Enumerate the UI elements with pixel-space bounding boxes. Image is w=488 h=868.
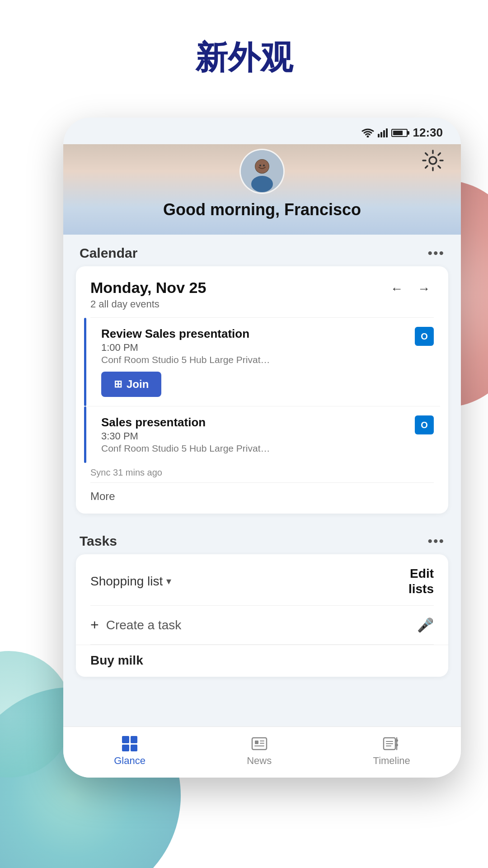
status-time: 12:30 — [413, 126, 443, 140]
status-bar: 12:30 — [63, 118, 461, 144]
svg-point-11 — [263, 165, 265, 166]
task-list-name-text: Shopping list — [90, 574, 163, 589]
news-icon — [251, 736, 267, 751]
svg-point-22 — [395, 739, 398, 742]
join-button[interactable]: ⊞ Join — [101, 372, 161, 397]
event-bar — [84, 318, 86, 406]
bottom-nav: Glance News Timeline — [63, 726, 461, 778]
greeting-text: Good morning, Francisco — [163, 200, 361, 219]
svg-point-0 — [366, 135, 369, 137]
event-title-2: Sales presentation — [101, 415, 408, 429]
tasks-section-title: Tasks — [80, 533, 117, 549]
svg-rect-2 — [380, 132, 382, 137]
nav-item-news[interactable]: News — [247, 736, 272, 767]
svg-point-5 — [429, 157, 436, 164]
create-task-text: Create a task — [106, 618, 182, 632]
svg-rect-3 — [383, 130, 385, 137]
calendar-prev-btn[interactable]: ← — [387, 279, 407, 299]
phone-frame: 12:30 Good morning, — [63, 118, 461, 778]
task-item[interactable]: Buy milk — [76, 645, 448, 677]
svg-point-10 — [259, 165, 261, 166]
plus-icon: + — [90, 617, 99, 633]
glance-icon — [122, 736, 137, 751]
status-icons: 12:30 — [361, 126, 443, 140]
tasks-card: Shopping list ▾ Editlists + Create a tas… — [76, 554, 448, 677]
calendar-section-header: Calendar ••• — [63, 235, 461, 266]
task-item-label: Buy milk — [90, 653, 143, 667]
task-list-name[interactable]: Shopping list ▾ — [90, 574, 171, 589]
calendar-all-day: 2 all day events — [90, 298, 206, 310]
calendar-card: Monday, Nov 25 2 all day events ← → Revi… — [76, 266, 448, 514]
wifi-icon — [361, 128, 374, 137]
svg-point-8 — [251, 176, 273, 192]
content-area: Calendar ••• Monday, Nov 25 2 all day ev… — [63, 235, 461, 726]
svg-rect-4 — [386, 128, 388, 137]
calendar-date: Monday, Nov 25 — [90, 279, 206, 297]
calendar-date-block: Monday, Nov 25 2 all day events — [90, 279, 206, 310]
calendar-more-btn[interactable]: ••• — [427, 245, 445, 261]
join-icon: ⊞ — [114, 378, 122, 390]
settings-icon[interactable] — [421, 149, 445, 172]
task-list-arrow: ▾ — [166, 576, 171, 587]
svg-rect-12 — [252, 738, 267, 750]
svg-rect-13 — [255, 741, 258, 744]
task-header-row: Shopping list ▾ Editlists — [76, 554, 448, 605]
tasks-section-header: Tasks ••• — [63, 523, 461, 554]
nav-item-glance[interactable]: Glance — [114, 736, 145, 767]
calendar-more-link[interactable]: More — [76, 483, 448, 514]
nav-label-glance: Glance — [114, 755, 145, 767]
svg-point-23 — [395, 744, 398, 746]
event-time-2: 3:30 PM — [101, 430, 408, 442]
calendar-nav: ← → — [387, 279, 434, 299]
event-item-2: Sales presentation 3:30 PM Conf Room Stu… — [76, 406, 448, 463]
hero-area: Good morning, Francisco — [63, 144, 461, 235]
tasks-section: Tasks ••• Shopping list ▾ Editlists + — [63, 523, 461, 677]
nav-label-news: News — [247, 755, 272, 767]
event-content: Review Sales presentation 1:00 PM Conf R… — [96, 327, 408, 397]
avatar — [239, 149, 285, 194]
sync-text: Sync 31 mins ago — [76, 463, 448, 482]
calendar-next-btn[interactable]: → — [414, 279, 434, 299]
timeline-icon — [383, 736, 401, 751]
microphone-icon[interactable]: 🎤 — [417, 617, 434, 633]
page-title: 新外观 — [0, 36, 488, 80]
event-time: 1:00 PM — [101, 342, 408, 354]
event-location: Conf Room Studio 5 Hub Large Privat… — [101, 354, 408, 365]
outlook-logo-2: O — [415, 415, 434, 434]
svg-point-9 — [255, 160, 269, 173]
calendar-header: Monday, Nov 25 2 all day events ← → — [76, 266, 448, 317]
svg-rect-1 — [378, 134, 380, 137]
event-item: Review Sales presentation 1:00 PM Conf R… — [76, 318, 448, 406]
tasks-more-btn[interactable]: ••• — [427, 533, 445, 549]
nav-item-timeline[interactable]: Timeline — [373, 736, 410, 767]
event-bar-2 — [84, 406, 86, 463]
calendar-section-title: Calendar — [80, 245, 137, 261]
nav-label-timeline: Timeline — [373, 755, 410, 767]
battery-icon — [391, 129, 408, 137]
event-title: Review Sales presentation — [101, 327, 408, 341]
join-label: Join — [127, 378, 149, 391]
event-location-2: Conf Room Studio 5 Hub Large Privat… — [101, 443, 408, 454]
outlook-logo-1: O — [415, 327, 434, 346]
event-content-2: Sales presentation 3:30 PM Conf Room Stu… — [96, 415, 408, 454]
edit-lists-button[interactable]: Editlists — [408, 566, 434, 596]
create-task-left: + Create a task — [90, 617, 181, 633]
create-task-row[interactable]: + Create a task 🎤 — [76, 606, 448, 644]
signal-icon — [378, 128, 388, 137]
